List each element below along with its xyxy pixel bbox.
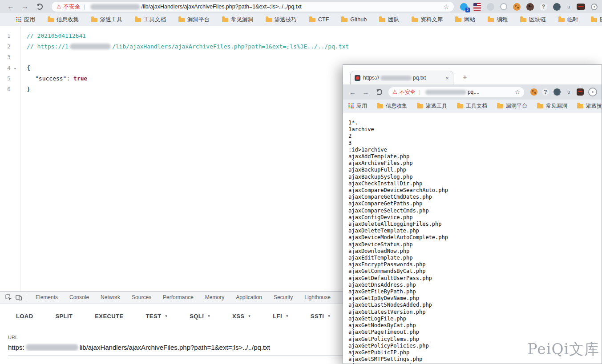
bookmark-folder[interactable]: 应急响应中心 [591, 16, 602, 24]
popup-address-bar[interactable]: ⚠ 不安全 | pq.... ☆ [388, 87, 524, 97]
cookie-extension-icon[interactable] [530, 88, 537, 96]
address-bar[interactable]: ⚠ 不安全 | /lib/ajaxHandlers/ajaxArchiveFil… [52, 2, 454, 12]
record-extension-icon[interactable] [591, 4, 598, 10]
u-extension-icon[interactable]: u [566, 3, 571, 11]
bookmark-folder[interactable]: 网站 [455, 16, 475, 24]
globe-extension-icon[interactable] [553, 3, 561, 11]
bookmark-folder[interactable]: 团队 [379, 16, 399, 24]
not-secure-label[interactable]: 不安全 [400, 88, 416, 96]
hackbar-button[interactable]: SSTI ▾ [311, 313, 330, 320]
reload-icon[interactable] [376, 89, 382, 95]
forward-icon[interactable]: → [362, 89, 369, 96]
ring-extension-icon[interactable] [500, 3, 507, 10]
hackbar-button[interactable]: SPLIT ▾ [55, 313, 73, 320]
mask-extension-icon[interactable] [577, 4, 585, 10]
folder-icon [222, 18, 228, 22]
bookmark-folder[interactable]: 临时 [558, 16, 578, 24]
browser-toolbar: ← → ⚠ 不安全 | /lib/ajaxHandlers/ajaxArchiv… [0, 0, 602, 13]
fold-caret-icon[interactable]: ▾ [14, 63, 16, 74]
bookmark-label: 网站 [464, 16, 475, 24]
bookmark-folder[interactable]: 工具文档 [457, 102, 487, 110]
new-tab-button[interactable]: + [460, 72, 470, 83]
folder-icon [412, 18, 418, 22]
bookmark-folder[interactable]: 渗透工具 [417, 102, 447, 110]
folder-icon [558, 18, 565, 22]
bookmark-folder[interactable]: 信息收集 [48, 16, 79, 24]
u-extension-icon[interactable]: u [565, 88, 572, 96]
dark-cookie-extension-icon[interactable] [526, 3, 534, 11]
mask-extension-icon[interactable] [577, 88, 584, 96]
bookmark-folder[interactable]: CTF [309, 16, 329, 23]
devtools-tab[interactable]: Network [95, 292, 126, 304]
inspect-element-icon[interactable] [5, 294, 12, 301]
bookmark-folder[interactable]: 区块链 [520, 16, 546, 24]
line-number: 3 [0, 52, 20, 63]
devtools-tab[interactable]: Performance [157, 292, 199, 304]
record-extension-icon[interactable] [588, 88, 597, 96]
bookmark-folder[interactable]: 信息收集 [377, 102, 407, 110]
url-prefix: https: [8, 344, 24, 351]
tab-close-icon[interactable]: × [445, 75, 449, 81]
bird-extension-icon[interactable]: 5 [460, 3, 468, 11]
bookmark-folder[interactable]: 漏洞平台 [178, 16, 210, 24]
file-list-line: ajaxCheckInstallDir.php [348, 180, 602, 187]
help-extension-icon[interactable]: ? [542, 88, 549, 96]
devtools-tab[interactable]: Elements [30, 292, 64, 304]
bookmark-folder[interactable]: 常见漏洞 [537, 102, 567, 110]
not-secure-label[interactable]: 不安全 [64, 3, 81, 11]
devtools-tabs: Elements Console Network Sources Perform… [30, 292, 336, 304]
hackbar-button[interactable]: XSS ▾ [232, 313, 250, 320]
bookmark-folder[interactable]: 常见漏洞 [222, 16, 253, 24]
bookmark-apps[interactable]: 应用 [16, 16, 35, 24]
bookmark-folder[interactable]: 渗透技巧 [577, 102, 602, 110]
cookie-extension-icon[interactable] [513, 3, 521, 11]
bookmark-star-icon[interactable]: ☆ [440, 3, 449, 10]
globe-extension-icon[interactable] [554, 88, 561, 96]
devtools-tab[interactable]: Memory [199, 292, 230, 304]
bookmark-label: Github [350, 16, 367, 23]
bookmark-apps[interactable]: 应用 [348, 102, 367, 110]
devtools-tab[interactable]: Application [230, 292, 268, 304]
file-list-line: ajaxDeviceModelAutoComplete.php [348, 234, 602, 241]
device-toolbar-icon[interactable] [16, 294, 22, 301]
folder-icon [591, 18, 597, 22]
reload-icon[interactable] [36, 4, 43, 10]
bookmark-folder[interactable]: 工具文档 [135, 16, 166, 24]
bookmark-label: 渗透工具 [100, 16, 122, 24]
folder-icon [488, 18, 494, 22]
back-icon[interactable]: ← [7, 3, 14, 10]
help-extension-icon[interactable]: ? [540, 3, 547, 11]
bookmark-folder[interactable]: 渗透技巧 [266, 16, 297, 24]
devtools-tab[interactable]: Sources [126, 292, 157, 304]
devtools-tab[interactable]: Lighthouse [299, 292, 336, 304]
hackbar-button[interactable]: LOAD ▾ [16, 313, 33, 320]
forward-icon[interactable]: → [21, 3, 28, 10]
bookmark-label: 应用 [356, 102, 367, 110]
back-icon[interactable]: ← [349, 89, 356, 96]
pin-extension-icon[interactable] [487, 3, 494, 11]
bookmark-folder[interactable]: 资料文库 [412, 16, 443, 24]
popup-bookmarks-bar: 应用 信息收集 渗透工具 工具文档 [343, 100, 602, 112]
redacted-host [90, 4, 140, 10]
bookmark-folder[interactable]: Github [341, 16, 367, 23]
hackbar-button[interactable]: EXECUTE ▾ [95, 313, 123, 320]
folder-icon [178, 18, 185, 22]
chevron-down-icon: ▾ [208, 314, 210, 318]
bookmark-star-icon[interactable]: ☆ [511, 88, 520, 96]
hackbar-button[interactable]: SQLI ▾ [190, 313, 210, 320]
apps-grid-icon [348, 103, 354, 108]
folder-icon [135, 18, 141, 22]
popup-tab[interactable]: https:// pq.txt × [350, 71, 453, 84]
url-field-label: URL [8, 335, 18, 340]
hackbar-button[interactable]: LFI ▾ [273, 313, 288, 320]
hackbar-button-label: LFI [273, 313, 282, 320]
us-flag-extension-icon[interactable] [473, 3, 481, 11]
bookmark-folder[interactable]: 渗透工具 [91, 16, 122, 24]
bookmark-folder[interactable]: 编程 [488, 16, 508, 24]
hackbar-button[interactable]: TEST ▾ [145, 313, 167, 320]
bookmark-folder[interactable]: 漏洞平台 [497, 102, 527, 110]
devtools-tab[interactable]: Console [64, 292, 95, 304]
bookmark-label: 应用 [24, 16, 35, 24]
devtools-tab[interactable]: Security [268, 292, 299, 304]
extensions-area: 5 ? u [460, 3, 602, 11]
